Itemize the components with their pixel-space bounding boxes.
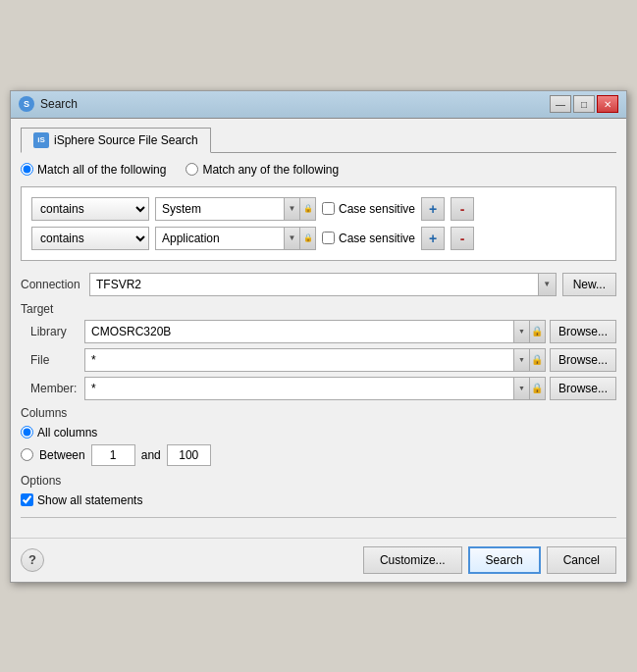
help-button[interactable]: ? [21,548,44,572]
connection-input[interactable] [90,274,538,295]
tab-icon: iS [33,132,49,148]
filter-row-1: contains ▼ 🔒 Case sensitive + - [31,197,606,221]
file-input[interactable] [85,349,513,371]
options-header: Options [21,474,616,488]
file-row: File ▼ 🔒 Browse... [21,348,616,372]
library-dropdown-btn[interactable]: ▼ [513,321,529,342]
and-label: and [141,448,161,462]
match-all-radio[interactable] [21,163,33,176]
add-filter-btn-2[interactable]: + [421,227,445,250]
tab-label: iSphere Source File Search [54,133,198,147]
file-label: File [30,353,84,367]
tab-isphere-source-file-search[interactable]: iS iSphere Source File Search [21,128,211,153]
between-label: Between [39,448,85,462]
filter-lock-btn-1[interactable]: 🔒 [299,198,315,220]
member-lock-btn[interactable]: 🔒 [529,378,545,399]
target-header: Target [21,302,616,316]
match-any-label: Match any of the following [202,163,339,177]
maximize-button[interactable]: □ [573,95,595,113]
connection-row: Connection ▼ New... [21,273,616,296]
member-input[interactable] [85,378,513,399]
member-label: Member: [30,382,84,395]
columns-section: Columns All columns Between and [21,406,616,466]
case-sensitive-check-2[interactable]: Case sensitive [322,232,415,245]
match-any-option[interactable]: Match any of the following [186,163,339,177]
columns-header: Columns [21,406,616,420]
search-button[interactable]: Search [468,546,541,574]
filter-value-input-1[interactable] [156,198,284,220]
case-sensitive-label-1: Case sensitive [339,202,415,216]
library-combo: ▼ 🔒 [84,320,546,343]
case-sensitive-label-2: Case sensitive [339,232,415,245]
file-browse-button[interactable]: Browse... [550,348,616,372]
filter-dropdown-btn-2[interactable]: ▼ [284,228,299,249]
member-browse-button[interactable]: Browse... [550,377,616,400]
match-any-radio[interactable] [186,163,198,176]
between-radio[interactable] [21,448,33,461]
match-all-option[interactable]: Match all of the following [21,163,166,177]
all-columns-label: All columns [37,426,97,439]
search-dialog: S Search — □ ✕ iS iSphere Source File Se… [10,90,627,583]
filter-condition-1[interactable]: contains [31,197,149,221]
between-row: Between and [21,444,616,466]
connection-wrap: ▼ New... [89,273,616,296]
all-columns-radio[interactable] [21,426,33,439]
separator [21,517,616,518]
filter-box: contains ▼ 🔒 Case sensitive + - contains [21,186,616,261]
match-all-label: Match all of the following [37,163,166,177]
customize-button[interactable]: Customize... [363,546,462,574]
case-sensitive-checkbox-2[interactable] [322,232,335,244]
tab-bar: iS iSphere Source File Search [21,127,616,153]
show-all-statements-option[interactable]: Show all statements [21,493,616,507]
filter-dropdown-btn-1[interactable]: ▼ [284,198,299,220]
options-section: Options Show all statements [21,474,616,507]
library-lock-btn[interactable]: 🔒 [529,321,545,342]
library-label: Library [30,325,84,338]
case-sensitive-checkbox-1[interactable] [322,202,335,215]
show-all-statements-label: Show all statements [37,493,142,507]
target-section: Target Library ▼ 🔒 Browse... File ▼ 🔒 [21,302,616,400]
new-connection-button[interactable]: New... [562,273,616,296]
library-browse-button[interactable]: Browse... [550,320,616,343]
file-lock-btn[interactable]: 🔒 [529,349,545,371]
filter-condition-2[interactable]: contains [31,227,149,250]
filter-value-wrap-2: ▼ 🔒 [155,227,316,250]
window-body: iS iSphere Source File Search Match all … [11,119,626,538]
connection-combo: ▼ [89,273,557,296]
filter-value-wrap-1: ▼ 🔒 [155,197,316,221]
connection-dropdown-btn[interactable]: ▼ [538,274,556,295]
case-sensitive-check-1[interactable]: Case sensitive [322,202,415,216]
window-icon: S [19,96,34,112]
all-columns-option[interactable]: All columns [21,426,616,439]
title-bar: S Search — □ ✕ [11,91,626,119]
window-title: Search [40,97,550,111]
match-options-row: Match all of the following Match any of … [21,163,616,177]
show-all-statements-checkbox[interactable] [21,493,33,506]
file-combo: ▼ 🔒 [84,348,546,372]
connection-label: Connection [21,278,89,291]
between-from-input[interactable] [91,444,135,466]
cancel-button[interactable]: Cancel [547,546,616,574]
member-row: Member: ▼ 🔒 Browse... [21,377,616,400]
add-filter-btn-1[interactable]: + [421,197,445,221]
filter-lock-btn-2[interactable]: 🔒 [299,228,315,249]
bottom-bar: ? Customize... Search Cancel [11,538,626,582]
filter-value-input-2[interactable] [156,228,284,249]
library-input[interactable] [85,321,513,342]
file-dropdown-btn[interactable]: ▼ [513,349,529,371]
member-dropdown-btn[interactable]: ▼ [513,378,529,399]
close-button[interactable]: ✕ [597,95,618,113]
between-to-input[interactable] [167,444,211,466]
remove-filter-btn-1[interactable]: - [451,197,474,221]
minimize-button[interactable]: — [550,95,571,113]
window-controls: — □ ✕ [550,95,618,113]
library-row: Library ▼ 🔒 Browse... [21,320,616,343]
remove-filter-btn-2[interactable]: - [451,227,474,250]
member-combo: ▼ 🔒 [84,377,546,400]
filter-row-2: contains ▼ 🔒 Case sensitive + - [31,227,606,250]
